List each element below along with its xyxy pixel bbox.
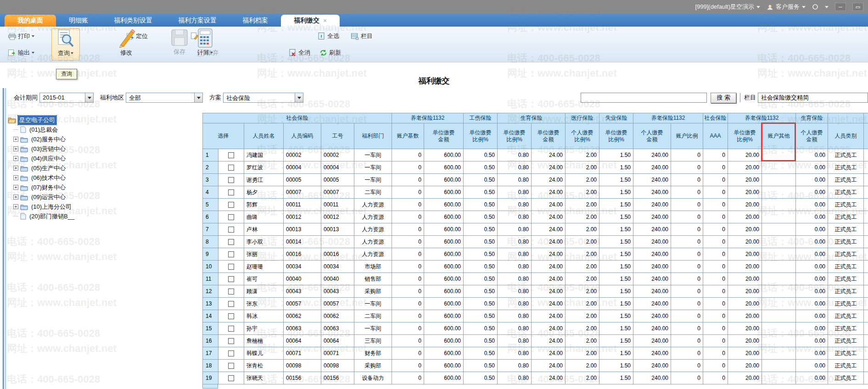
session-menu[interactable]: [999](default)星空演示 — [695, 3, 760, 11]
column-header-id[interactable]: 工号 — [321, 123, 354, 149]
refresh-session-button[interactable] — [812, 4, 818, 10]
checkbox-cell[interactable] — [218, 186, 244, 199]
tab-detail-ledger[interactable]: 明细账 — [56, 15, 101, 27]
column-header-dept[interactable]: 福利部门 — [354, 123, 392, 149]
column-header-v2[interactable]: 单位缴费 比例% — [464, 123, 498, 149]
row-checkbox[interactable] — [228, 375, 234, 381]
clear-all-button[interactable]: 全消 — [286, 48, 313, 58]
column-header-v9[interactable]: AAA — [703, 123, 728, 149]
column-header-v7[interactable]: 个人缴费 金额 — [633, 123, 671, 149]
tab-welfare-plan[interactable]: 福利方案设置 — [165, 15, 230, 27]
search-button[interactable]: 搜 索 — [711, 93, 736, 103]
tab-welfare-payment[interactable]: 福利缴交 × — [281, 15, 340, 27]
tree-node[interactable]: (20)部门撤销B__ — [7, 211, 202, 221]
column-header-v12[interactable]: 个人缴费 金额 — [796, 123, 828, 149]
tab-welfare-category[interactable]: 福利类别设置 — [101, 15, 165, 27]
titlebar-dropdown-icon[interactable] — [825, 6, 829, 8]
expand-plus-icon[interactable]: + — [13, 204, 18, 209]
close-icon[interactable]: × — [323, 17, 327, 24]
modify-button[interactable]: 修改 — [112, 28, 140, 61]
tree-node[interactable]: +(06)技术中心 — [7, 173, 202, 183]
row-checkbox[interactable] — [228, 189, 234, 195]
row-checkbox[interactable] — [228, 363, 234, 369]
print-button[interactable]: 打印 — [6, 31, 46, 41]
row-checkbox[interactable] — [228, 177, 234, 183]
calc-button[interactable]: 计算 — [191, 28, 219, 61]
checkbox-cell[interactable] — [218, 174, 244, 186]
checkbox-cell[interactable] — [218, 261, 244, 273]
row-checkbox[interactable] — [228, 264, 234, 270]
period-combobox[interactable]: 2015-01 — [39, 93, 94, 103]
column-header-code[interactable]: 人员编码 — [284, 123, 321, 149]
tab-welfare-archive[interactable]: 福利档案 — [230, 15, 281, 27]
column-header-v1[interactable]: 单位缴费 金额 — [424, 123, 464, 149]
column-header-v8[interactable]: 账户比例 — [671, 123, 703, 149]
tree-node[interactable]: +(05)生产中心 — [7, 163, 202, 173]
row-checkbox[interactable] — [228, 313, 234, 319]
expand-plus-icon[interactable]: + — [13, 156, 18, 161]
column-header-v5[interactable]: 个人缴费 比例% — [566, 123, 599, 149]
minimize-button[interactable]: ─ — [835, 3, 846, 11]
checkbox-cell[interactable] — [218, 372, 244, 384]
plan-combobox[interactable]: 社会保险 — [223, 93, 303, 103]
column-header-sel[interactable]: 选择 — [203, 123, 244, 149]
chevron-down-icon[interactable] — [85, 93, 93, 102]
checkbox-cell[interactable] — [218, 199, 244, 211]
row-checkbox[interactable] — [228, 276, 234, 282]
expand-plus-icon[interactable]: + — [13, 166, 18, 171]
tree-node[interactable]: +(10)上海分公司 — [7, 202, 202, 211]
checkbox-cell[interactable] — [218, 285, 244, 298]
column-header-v6[interactable]: 单位缴费 比例% — [599, 123, 633, 149]
tree-node[interactable]: +(04)供应中心 — [7, 154, 202, 163]
row-checkbox[interactable] — [228, 326, 234, 332]
expand-plus-icon[interactable]: + — [13, 137, 18, 142]
checkbox-cell[interactable] — [218, 161, 244, 174]
tree-node[interactable]: +(03)营销中心 — [7, 144, 202, 154]
save-button[interactable]: 保存 — [165, 28, 194, 61]
checkbox-cell[interactable] — [218, 360, 244, 372]
row-checkbox[interactable] — [228, 214, 234, 220]
checkbox-cell[interactable] — [218, 347, 244, 360]
checkbox-cell[interactable] — [218, 236, 244, 248]
columns-button[interactable]: 栏目 — [348, 31, 375, 41]
column-header-v3[interactable]: 单位缴费 比例% — [498, 123, 532, 149]
tree-node[interactable]: +(02)服务中心 — [7, 134, 202, 144]
checkbox-cell[interactable] — [218, 310, 244, 322]
tree-node[interactable]: +(07)财务中心 — [7, 183, 202, 192]
column-header-v0[interactable]: 账户基数 — [392, 123, 424, 149]
refresh-button[interactable]: 刷新 — [317, 48, 344, 58]
row-checkbox[interactable] — [228, 289, 234, 295]
select-all-button[interactable]: I 全选 — [315, 31, 342, 41]
expand-plus-icon[interactable]: + — [13, 194, 18, 200]
column-header-v4[interactable]: 单位缴费 金额 — [532, 123, 566, 149]
row-checkbox[interactable] — [228, 227, 234, 233]
row-checkbox[interactable] — [228, 165, 234, 171]
collapsed-panel-strip[interactable] — [3, 88, 6, 389]
column-set-input[interactable] — [758, 93, 868, 103]
checkbox-cell[interactable] — [218, 223, 244, 236]
row-checkbox[interactable] — [228, 350, 234, 356]
query-button[interactable]: 查询 — [51, 28, 80, 61]
row-checkbox[interactable] — [228, 202, 234, 208]
customer-service-menu[interactable]: 客户服务 — [767, 3, 806, 11]
checkbox-cell[interactable] — [218, 322, 244, 335]
checkbox-cell[interactable] — [218, 273, 244, 285]
region-combobox[interactable]: 全部 — [126, 93, 203, 103]
tab-my-desktop[interactable]: 我的桌面 — [5, 15, 56, 27]
checkbox-cell[interactable] — [218, 298, 244, 310]
column-header-v11[interactable]: 账户其他 — [762, 123, 796, 149]
checkbox-cell[interactable] — [218, 211, 244, 223]
tree-root-node[interactable]: 星空电子公司 — [7, 115, 202, 125]
column-header-name[interactable]: 人员姓名 — [244, 123, 284, 149]
row-checkbox[interactable] — [228, 338, 234, 344]
column-header-cat[interactable]: 人员类别 — [828, 123, 864, 149]
expand-plus-icon[interactable]: + — [13, 146, 18, 151]
column-header-v10[interactable]: 单位缴费 比例% — [728, 123, 762, 149]
checkbox-cell[interactable] — [218, 149, 244, 161]
chevron-down-icon[interactable] — [295, 93, 303, 102]
row-checkbox[interactable] — [228, 251, 234, 257]
maximize-button[interactable]: ▭ — [852, 3, 863, 11]
column-header-cut[interactable] — [864, 123, 868, 149]
export-button[interactable]: 输出 — [6, 48, 46, 58]
tree-node[interactable]: +(09)运营中心 — [7, 192, 202, 202]
